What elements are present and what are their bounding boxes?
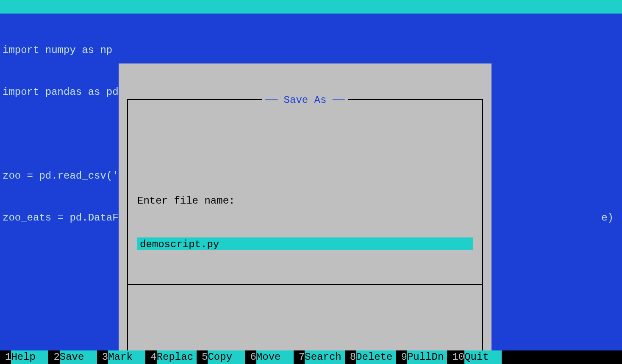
fkey-replace[interactable]: 4Replac [145,350,197,364]
fkey-save[interactable]: 2Save [48,350,97,364]
fkey-search[interactable]: 7Search [294,350,345,364]
fkey-mark[interactable]: 3Mark [97,350,145,364]
fkey-copy[interactable]: 5Copy [197,350,245,364]
status-bar: [-M--] 3 L:[ 1+15 16/ 16] *(670 / 670b) … [0,0,622,14]
fkey-quit[interactable]: 10Quit [447,350,502,364]
filename-section: Enter file name: demoscript.py [128,156,482,285]
dialog-title: ── Save As ── [262,93,348,107]
dialog-frame: ── Save As ── Enter file name: demoscrip… [127,99,483,364]
fkey-pulldn[interactable]: 9PullDn [396,350,447,364]
code-fragment: e) [601,211,614,225]
fkey-move[interactable]: 6Move [245,350,293,364]
fkey-help[interactable]: 1Help [0,350,48,364]
fkey-delete[interactable]: 8Delete [345,350,396,364]
function-key-bar: 1Help 2Save 3Mark 4Replac 5Copy 6Move 7S… [0,350,622,364]
save-as-dialog: ── Save As ── Enter file name: demoscrip… [119,63,491,364]
code-line: import numpy as np [3,43,619,57]
filename-prompt: Enter file name: [137,194,473,208]
filename-input[interactable]: demoscript.py [137,237,473,250]
editor-area[interactable]: import numpy as np import pandas as pd z… [0,14,622,350]
